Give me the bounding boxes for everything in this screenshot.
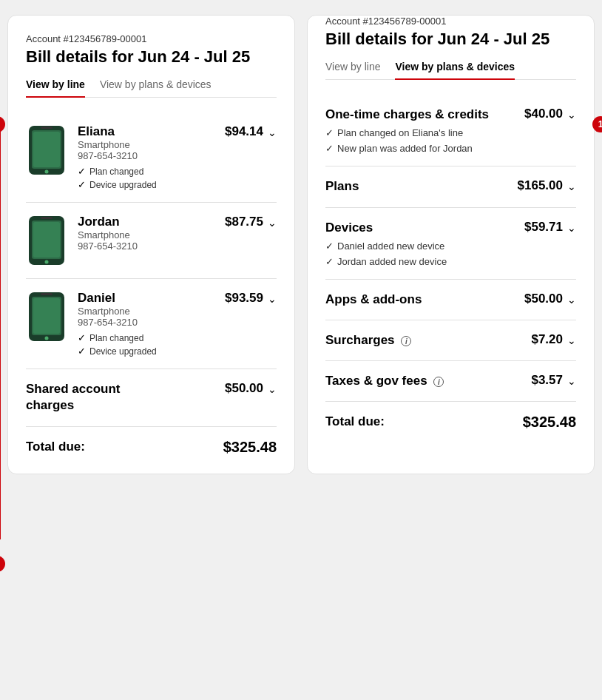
line-item-eliana: Eliana Smartphone 987-654-3210 ✓ Plan ch… [26,112,277,203]
taxes-chevron[interactable]: ⌄ [567,375,576,387]
left-total-label: Total due: [26,440,85,454]
surcharges-info-icon[interactable]: i [401,336,411,346]
taxes-info-icon[interactable]: i [433,377,444,387]
plans-chevron[interactable]: ⌄ [567,181,576,192]
svg-point-13 [45,337,49,340]
right-bill-title: Bill details for Jun 24 - Jul 25 [325,30,576,49]
eliana-number: 987-654-3210 [78,150,225,161]
plans-amount-row: $165.00 ⌄ [518,178,576,193]
right-tab-by-plans[interactable]: View by plans & devices [395,61,515,80]
daniel-amount-row: $93.59 ⌄ [225,291,277,306]
section-taxes: Taxes & gov fees i $3.57 ⌄ [325,361,576,402]
taxes-amount: $3.57 [531,373,563,388]
svg-rect-7 [33,222,60,258]
svg-rect-12 [33,298,60,334]
shared-chevron[interactable]: ⌄ [268,383,277,395]
taxes-label: Taxes & gov fees i [325,373,444,389]
check-icon-5: ✓ [325,127,334,138]
surcharges-amount: $7.20 [531,332,563,347]
devices-sub-1: ✓ Daniel added new device [325,240,447,252]
check-icon-8: ✓ [325,256,334,267]
apps-amount-row: $50.00 ⌄ [524,292,576,306]
surcharges-chevron[interactable]: ⌄ [567,334,576,346]
one-time-chevron[interactable]: ⌄ [567,109,576,121]
shared-charges-row: Shared account charges $50.00 ⌄ [26,369,277,426]
eliana-chevron[interactable]: ⌄ [268,127,277,138]
right-total-row: Total due: $325.48 [325,402,576,431]
daniel-number: 987-654-3210 [78,317,225,328]
svg-point-3 [45,170,49,174]
taxes-amount-row: $3.57 ⌄ [531,373,576,388]
left-tab-by-plans[interactable]: View by plans & devices [100,78,212,98]
jordan-name: Jordan [78,215,225,229]
daniel-tag-1: ✓ Plan changed [78,332,225,343]
one-time-info: One-time charges & credits ✓ Plan change… [325,107,489,154]
daniel-name: Daniel [78,291,225,306]
check-icon-1: ✓ [78,166,86,177]
daniel-chevron[interactable]: ⌄ [268,293,277,305]
jordan-type: Smartphone [78,229,225,240]
devices-amount: $59.71 [524,220,563,235]
right-account-number: Account #123456789-00001 [325,16,576,27]
jordan-chevron[interactable]: ⌄ [268,217,277,229]
section-plans: Plans $165.00 ⌄ [325,166,576,207]
svg-rect-9 [41,217,53,219]
svg-point-8 [45,260,49,264]
left-bill-title: Bill details for Jun 24 - Jul 25 [26,47,277,67]
eliana-amount: $94.14 [225,124,263,139]
check-icon-7: ✓ [325,240,334,252]
right-total-amount: $325.48 [523,414,576,431]
one-time-subs: ✓ Plan changed on Eliana's line ✓ New pl… [325,127,489,154]
badge-2: 2 [0,556,5,572]
eliana-tag-1: ✓ Plan changed [78,166,225,177]
one-time-sub-2: ✓ New plan was added for Jordan [325,143,489,154]
shared-amount-row: $50.00 ⌄ [225,381,277,396]
badge-1-right: 1 [592,116,602,132]
jordan-amount: $87.75 [225,215,263,229]
plans-label: Plans [325,178,359,195]
left-tabs: View by line View by plans & devices [26,78,277,98]
right-tab-by-line[interactable]: View by line [325,61,380,80]
daniel-type: Smartphone [78,306,225,317]
left-tab-by-line[interactable]: View by line [26,78,85,98]
apps-amount: $50.00 [524,292,563,306]
apps-label: Apps & add-ons [325,292,422,308]
apps-chevron[interactable]: ⌄ [567,294,576,306]
shared-amount: $50.00 [225,381,263,396]
left-card: 1 2 Account #123456789-00001 Bill detail… [7,15,295,474]
phone-image-eliana [26,124,67,176]
devices-info: Devices ✓ Daniel added new device ✓ Jord… [325,220,447,267]
check-icon-2: ✓ [78,179,86,190]
one-time-amount-row: $40.00 ⌄ [524,107,576,121]
svg-rect-14 [41,293,53,295]
left-total-amount: $325.48 [223,439,277,456]
devices-amount-row: $59.71 ⌄ [524,220,576,235]
plans-amount: $165.00 [518,178,563,193]
jordan-info: Jordan Smartphone 987-654-3210 [78,215,225,256]
badge-1: 1 [0,116,5,132]
surcharges-amount-row: $7.20 ⌄ [531,332,576,347]
check-icon-3: ✓ [78,332,86,343]
eliana-type: Smartphone [78,139,225,150]
section-devices: Devices ✓ Daniel added new device ✓ Jord… [325,208,576,280]
check-icon-6: ✓ [325,143,334,154]
page-wrapper: 1 2 Account #123456789-00001 Bill detail… [7,15,595,474]
section-one-time: One-time charges & credits ✓ Plan change… [325,95,576,166]
one-time-label: One-time charges & credits [325,107,489,123]
one-time-sub-1: ✓ Plan changed on Eliana's line [325,127,489,138]
daniel-info: Daniel Smartphone 987-654-3210 ✓ Plan ch… [78,291,225,357]
eliana-amount-row: $94.14 ⌄ [225,124,277,139]
devices-label: Devices [325,220,447,236]
devices-chevron[interactable]: ⌄ [567,222,576,234]
shared-charges-label: Shared account charges [26,381,152,414]
line-item-jordan: Jordan Smartphone 987-654-3210 $87.75 ⌄ [26,203,277,279]
left-total-row: Total due: $325.48 [26,427,277,456]
right-total-label: Total due: [325,414,385,429]
eliana-name: Eliana [78,124,225,139]
one-time-amount: $40.00 [524,107,563,121]
right-tabs: View by line View by plans & devices [325,61,576,80]
left-account-number: Account #123456789-00001 [26,33,277,44]
eliana-tag-2: ✓ Device upgraded [78,179,225,190]
svg-rect-2 [33,132,60,167]
right-card: 1 Account #123456789-00001 Bill details … [307,15,595,474]
